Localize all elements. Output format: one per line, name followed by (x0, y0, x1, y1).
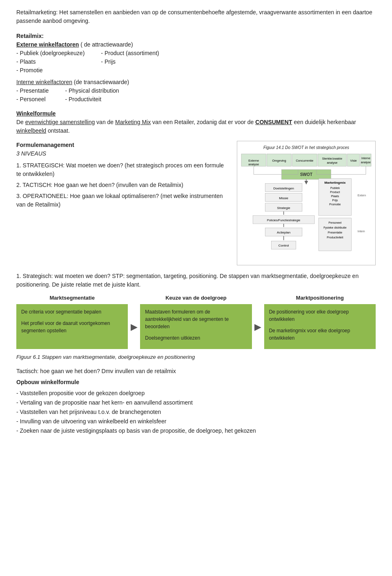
swot-svg: Externe analyse Omgeving Concurrentie St… (241, 153, 372, 260)
svg-text:analyse: analyse (327, 161, 337, 165)
seg-item-3-0: De positionering voor elke doelgroep ont… (269, 308, 371, 323)
svg-text:Omgeving: Omgeving (272, 159, 286, 162)
seg-header-3: Marktpositionering (264, 292, 376, 304)
externe-right-col: - Product (assortiment) - Prijs (101, 49, 159, 75)
svg-text:Doelstellingen: Doelstellingen (273, 187, 294, 190)
retailmix-bold-title: Retailmix: (16, 33, 44, 39)
retailmix-title: Retailmix: (16, 32, 376, 40)
wf-text4: een duidelijk herkenbaar (292, 119, 356, 125)
svg-rect-12 (361, 154, 371, 166)
seg-body-3: De positionering voor elke doelgroep ont… (264, 304, 376, 349)
opbouw-list: Vaststellen propositie voor de gekozen d… (16, 389, 376, 435)
svg-text:Productiviteit: Productiviteit (327, 236, 343, 239)
formule-item-3-text: 3. OPERATIONEEL: Hoe gaan we lokaal opti… (16, 193, 223, 208)
formule-item-1-text: 1. STRATEGISCH: Wat moeten we doen? (het… (16, 162, 224, 177)
formule-title-text: Formulemanagement (16, 142, 74, 148)
svg-text:Fysieke distributie: Fysieke distributie (323, 226, 346, 229)
opbouw-item-4: Invulling van de uitvoering van winkelbe… (16, 417, 376, 426)
externe-title-line: Externe winkelfactoren ( de attractiewaa… (16, 40, 376, 49)
svg-text:Externe: Externe (248, 159, 259, 162)
svg-text:Prijs: Prijs (332, 199, 338, 202)
svg-text:Policies/Functiestrategie: Policies/Functiestrategie (267, 218, 301, 222)
tactisch-intro: Tactisch: hoe gaan we het doen? Dmv invu… (16, 367, 376, 376)
seg-body-1: De criteria voor segmentatie bepalen Het… (16, 304, 128, 349)
seg-arrow-spacer-2 (252, 292, 264, 304)
seg-body-2: Maatstaven formuleren om de aantrekkelij… (140, 304, 252, 349)
wf-text5: ontstaat. (46, 127, 70, 134)
svg-text:Presentatie: Presentatie (328, 231, 343, 234)
formule-diagram-row: Formulemanagement 3 NIVEAUS 1. STRATEGIS… (16, 141, 376, 265)
wf-consument: CONSUMENT (255, 119, 292, 125)
externe-item-r1: - Product (assortiment) (101, 49, 159, 58)
tactisch-intro-text: Tactisch: hoe gaan we het doen? Dmv invu… (16, 368, 176, 374)
seg-item-3-1: De marketingmix voor elke doelgroep ontw… (269, 327, 371, 342)
interne-title-line: Interne winkelfactoren (de transactiewaa… (16, 78, 376, 87)
interne-left-col: - Presentatie - Personeel (16, 87, 49, 104)
seg-item-2-1: Doelsegmenten uitkiezen (145, 334, 247, 342)
interne-title: Interne winkelfactoren (16, 79, 72, 85)
svg-text:Control: Control (278, 244, 289, 247)
wf-winkelbeeld: winkelbeeld (16, 127, 46, 134)
seg-arrow-2: ▶ (252, 304, 264, 349)
svg-text:Strategie: Strategie (277, 206, 291, 210)
externe-item-r2: - Prijs (101, 58, 159, 66)
svg-text:Product: Product (330, 191, 340, 193)
svg-text:analyse: analyse (361, 161, 371, 164)
svg-text:Intern: Intern (358, 230, 365, 233)
externe-left-col: - Publiek (doelgroepkeuze) - Plaats - Pr… (16, 49, 85, 75)
intro-text: Retailmarketing: Het samenstellen en aan… (16, 8, 376, 25)
seg-item-1-0: De criteria voor segmentatie bepalen (21, 308, 123, 316)
intro-content: Retailmarketing: Het samenstellen en aan… (16, 9, 372, 24)
externe-suffix: ( de attractiewaarde) (79, 41, 133, 48)
svg-text:Plaats: Plaats (331, 195, 339, 198)
svg-text:analyse: analyse (248, 162, 259, 166)
interne-item-r2: - Productiviteit (65, 95, 119, 104)
seg-item-2-0: Maatstaven formuleren om de aantrekkelij… (145, 308, 247, 330)
svg-text:Missie: Missie (279, 196, 288, 200)
seg-header-1: Marktsegmentatie (16, 292, 128, 304)
wf-text1: De (16, 119, 25, 125)
svg-text:Promotie: Promotie (329, 203, 341, 206)
interne-right-col: - Physical distribution - Productiviteit (65, 87, 119, 104)
winkelformule-text: De evenwichtige samenstelling van de Mar… (16, 118, 376, 135)
svg-text:Sterkte/zwakte: Sterkte/zwakte (322, 157, 342, 160)
externe-items-row: - Publiek (doelgroepkeuze) - Plaats - Pr… (16, 49, 376, 75)
opbouw-title: Opbouw winkelformule (16, 378, 376, 387)
formule-item-3: 3. OPERATIONEEL: Hoe gaan we lokaal opti… (16, 192, 229, 209)
opbouw-item-3: Vaststellen van het prijsniveau t.o.v. d… (16, 408, 376, 416)
wf-evenwichtige: evenwichtige samenstelling (25, 119, 95, 125)
externe-item-1: - Publiek (doelgroepkeuze) (16, 49, 85, 58)
interne-item-r1: - Physical distribution (65, 87, 119, 95)
winkelformule-section: Winkelformule De evenwichtige samenstell… (16, 109, 376, 135)
figure-caption: Figuur 6.1 Stappen van marktsegmentatie,… (16, 353, 376, 361)
svg-text:Publiek: Publiek (330, 187, 340, 189)
opbouw-title-text: Opbouw winkelformule (16, 379, 79, 385)
swot-diagram: Figuur 14.1 Do SWOT in het strategisch p… (237, 141, 376, 265)
formule-item-2: 2. TACTISCH: Hoe gaan we het doen? (invu… (16, 181, 229, 189)
svg-text:SWOT: SWOT (300, 172, 313, 177)
svg-text:Extern: Extern (358, 194, 366, 197)
formule-item-1: 1. STRATEGISCH: Wat moeten we doen? (het… (16, 161, 229, 178)
retailmix-section: Retailmix: Externe winkelfactoren ( de a… (16, 32, 376, 104)
formule-text-block: Formulemanagement 3 NIVEAUS 1. STRATEGIS… (16, 141, 229, 209)
wf-text3: van een Retailer, zodanig dat er voor de (151, 119, 255, 125)
formule-subtitle-text: 3 NIVEAUS (16, 150, 46, 157)
interne-item-1: - Presentatie (16, 87, 49, 95)
formule-subtitle: 3 NIVEAUS (16, 149, 229, 158)
formule-item-2-text: 2. TACTISCH: Hoe gaan we het doen? (invu… (16, 182, 183, 188)
externe-item-3: - Promotie (16, 66, 85, 75)
interne-item-2: - Personeel (16, 95, 49, 104)
svg-text:Actieplan: Actieplan (277, 231, 290, 234)
interne-items-row: - Presentatie - Personeel - Physical dis… (16, 87, 376, 104)
segmentatie-intro-text: 1. Strategisch: wat moeten we doen? STP:… (16, 273, 359, 288)
diagram-title: Figuur 14.1 Do SWOT in het strategisch p… (241, 145, 372, 151)
svg-text:Interne: Interne (361, 157, 370, 160)
seg-header-row: Marktsegmentatie Keuze van de doelgroep … (16, 292, 376, 304)
externe-item-2: - Plaats (16, 58, 85, 66)
seg-body-row: De criteria voor segmentatie bepalen Het… (16, 304, 376, 349)
svg-text:Visie: Visie (350, 159, 357, 162)
segmentatie-intro: 1. Strategisch: wat moeten we doen? STP:… (16, 272, 376, 289)
wf-text2: van de (95, 119, 115, 125)
svg-text:Marketingmix: Marketingmix (325, 181, 346, 185)
opbouw-item-5: Zoeken naar de juiste vestigingsplaats o… (16, 427, 376, 435)
